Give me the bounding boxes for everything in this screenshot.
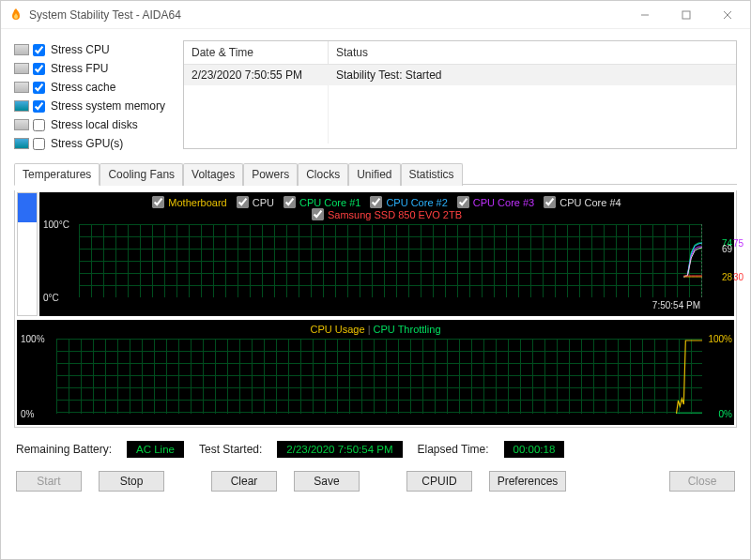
stress-cpu: Stress CPU xyxy=(14,40,174,59)
stress-memory-checkbox[interactable] xyxy=(33,100,45,113)
stress-fpu-label: Stress FPU xyxy=(51,62,108,75)
readout-lo2: 30 xyxy=(733,272,743,282)
window-title: System Stability Test - AIDA64 xyxy=(29,8,624,22)
save-button[interactable]: Save xyxy=(294,471,360,492)
stress-cache-checkbox[interactable] xyxy=(33,82,45,94)
status-row: Remaining Battery: AC Line Test Started:… xyxy=(14,433,737,462)
legend-core4[interactable]: CPU Core #4 xyxy=(544,196,621,208)
stress-fpu: Stress FPU xyxy=(14,59,174,78)
tab-voltages[interactable]: Voltages xyxy=(183,163,243,186)
cpuid-button[interactable]: CPUID xyxy=(406,471,472,492)
stress-gpu: Stress GPU(s) xyxy=(14,134,174,153)
gpu-icon xyxy=(14,138,29,149)
usage-plot: 100% 0% 100% 0% xyxy=(56,339,702,414)
stress-disks-label: Stress local disks xyxy=(51,118,138,131)
log-col-date[interactable]: Date & Time xyxy=(184,41,329,64)
tab-powers[interactable]: Powers xyxy=(243,163,298,186)
tab-unified[interactable]: Unified xyxy=(348,163,400,186)
close-app-button[interactable]: Close xyxy=(669,471,735,492)
stress-cache-label: Stress cache xyxy=(51,81,115,94)
stop-button[interactable]: Stop xyxy=(99,471,164,492)
minimize-button[interactable] xyxy=(624,2,666,28)
graph-area: Motherboard CPU CPU Core #1 CPU Core #2 … xyxy=(14,190,737,428)
legend-ssd[interactable]: Samsung SSD 850 EVO 2TB xyxy=(312,208,462,220)
stress-gpu-checkbox[interactable] xyxy=(33,138,45,150)
usage-legend: CPU Usage | CPU Throttling xyxy=(17,320,734,335)
temperature-legend-2: Samsung SSD 850 EVO 2TB xyxy=(39,208,734,220)
preferences-button[interactable]: Preferences xyxy=(489,471,566,492)
usage-legend-sep: | xyxy=(368,324,371,335)
log-col-status[interactable]: Status xyxy=(329,41,736,64)
log-cell-date: 2/23/2020 7:50:55 PM xyxy=(184,65,329,85)
usage-y-max-l: 100% xyxy=(21,334,45,344)
fpu-icon xyxy=(14,63,29,74)
stress-fpu-checkbox[interactable] xyxy=(33,63,45,75)
usage-grid xyxy=(56,339,702,414)
legend-core2[interactable]: CPU Core #2 xyxy=(370,196,447,208)
tab-cooling-fans[interactable]: Cooling Fans xyxy=(100,163,183,186)
event-log-header: Date & Time Status xyxy=(184,41,736,65)
usage-y-max-r: 100% xyxy=(708,334,732,344)
temperature-row: Motherboard CPU CPU Core #1 CPU Core #2 … xyxy=(17,192,734,316)
usage-y-min-r: 0% xyxy=(719,409,732,419)
log-row[interactable]: 2/23/2020 7:50:55 PM Stability Test: Sta… xyxy=(184,65,736,85)
stress-gpu-label: Stress GPU(s) xyxy=(51,137,123,150)
content-area: Stress CPU Stress FPU Stress cache Stres… xyxy=(1,29,750,559)
window-controls xyxy=(624,2,748,28)
temp-y-max: 100°C xyxy=(43,219,69,230)
stress-memory: Stress system memory xyxy=(14,97,174,115)
tab-strip: Temperatures Cooling Fans Voltages Power… xyxy=(14,162,737,185)
memory-icon xyxy=(14,100,29,112)
usage-legend-b: CPU Throttling xyxy=(374,324,441,335)
tab-statistics[interactable]: Statistics xyxy=(401,163,463,186)
stress-disks-checkbox[interactable] xyxy=(33,119,45,131)
tab-temperatures[interactable]: Temperatures xyxy=(14,163,100,186)
legend-cpu[interactable]: CPU xyxy=(237,196,274,208)
tab-clocks[interactable]: Clocks xyxy=(298,163,348,186)
usage-legend-a: CPU Usage xyxy=(311,324,365,335)
started-value: 2/23/2020 7:50:54 PM xyxy=(277,441,402,458)
log-empty-area xyxy=(184,85,736,144)
start-button[interactable]: Start xyxy=(16,471,82,492)
stress-options: Stress CPU Stress FPU Stress cache Stres… xyxy=(14,40,174,153)
usage-panel: CPU Usage | CPU Throttling 100% 0% 100% … xyxy=(17,320,734,425)
app-window: System Stability Test - AIDA64 Stress CP… xyxy=(0,0,751,560)
top-row: Stress CPU Stress FPU Stress cache Stres… xyxy=(14,40,737,153)
legend-core3[interactable]: CPU Core #3 xyxy=(457,196,534,208)
battery-value: AC Line xyxy=(127,441,184,458)
cache-icon xyxy=(14,82,29,93)
thermometer-gauge xyxy=(17,192,38,316)
button-row: Start Stop Clear Save CPUID Preferences … xyxy=(14,467,737,495)
cpu-icon xyxy=(14,44,29,55)
disk-icon xyxy=(14,119,29,130)
log-cell-status: Stability Test: Started xyxy=(329,65,736,85)
readout-hi2: 75 xyxy=(733,237,743,248)
battery-label: Remaining Battery: xyxy=(16,443,112,456)
stress-cpu-checkbox[interactable] xyxy=(33,44,45,56)
event-log: Date & Time Status 2/23/2020 7:50:55 PM … xyxy=(183,40,737,149)
temperature-panel: Motherboard CPU CPU Core #1 CPU Core #2 … xyxy=(39,192,734,316)
readout-hi3: 69 xyxy=(722,243,732,253)
close-button[interactable] xyxy=(707,2,748,28)
legend-core1[interactable]: CPU Core #1 xyxy=(284,196,360,208)
legend-motherboard[interactable]: Motherboard xyxy=(152,196,226,208)
temperature-legend: Motherboard CPU CPU Core #1 CPU Core #2 … xyxy=(39,192,734,208)
temperature-plot: 100°C 0°C xyxy=(79,224,702,297)
elapsed-label: Elapsed Time: xyxy=(418,443,489,456)
temp-y-min: 0°C xyxy=(43,293,59,303)
stress-cache: Stress cache xyxy=(14,78,174,97)
temperature-grid xyxy=(79,224,702,297)
temp-time-label: 7:50:54 PM xyxy=(652,300,700,310)
svg-rect-1 xyxy=(682,11,690,19)
stress-cpu-label: Stress CPU xyxy=(51,43,110,56)
started-label: Test Started: xyxy=(199,443,262,456)
stress-memory-label: Stress system memory xyxy=(51,99,165,113)
clear-button[interactable]: Clear xyxy=(211,471,277,492)
readout-lo1: 28 xyxy=(722,272,732,282)
stress-disks: Stress local disks xyxy=(14,115,174,134)
maximize-button[interactable] xyxy=(666,2,707,28)
title-bar: System Stability Test - AIDA64 xyxy=(1,1,750,29)
app-icon xyxy=(8,8,23,23)
usage-y-min-l: 0% xyxy=(21,409,34,419)
elapsed-value: 00:00:18 xyxy=(504,441,565,458)
